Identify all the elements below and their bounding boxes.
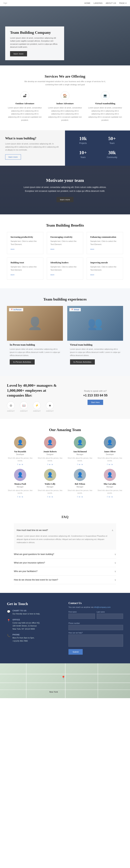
- faq-question-2[interactable]: What are your insurance options? ∨: [14, 559, 116, 567]
- social-in-3[interactable]: in: [112, 463, 113, 465]
- avatar-mia: 👤: [104, 469, 116, 481]
- contact-section: Get in Touch 💬 CHART TO US Our friendly …: [0, 593, 130, 663]
- stats-learn-more[interactable]: learn more: [5, 154, 21, 160]
- team-section: Our Amazing Team 👤 Nat Reynolds Develope…: [0, 419, 130, 506]
- social-in-7[interactable]: in: [112, 496, 113, 498]
- benefit-morale-link[interactable]: more: [90, 274, 94, 276]
- message-field: How can we help?: [69, 632, 123, 647]
- social-in-1[interactable]: in: [52, 463, 53, 465]
- benefit-leaders-link[interactable]: more: [50, 274, 54, 276]
- avatar-ann: 👤: [74, 436, 86, 448]
- benefit-morale-text: Sample text. Click to select the Text El…: [90, 266, 120, 272]
- social-in-5[interactable]: in: [52, 496, 53, 498]
- social-tw-2[interactable]: tw: [79, 463, 80, 465]
- benefit-leaders: Identifying leaders Sample text. Click t…: [47, 257, 83, 280]
- faq-chevron-3: ∨: [115, 570, 116, 573]
- hero-cta-button[interactable]: learn more: [10, 51, 27, 56]
- stat-team: 50+ Team: [99, 136, 125, 146]
- faq-question-4[interactable]: How do we choose the best event for our …: [14, 576, 116, 584]
- social-in-6[interactable]: in: [82, 496, 83, 498]
- social-fb-0[interactable]: f: [17, 463, 18, 465]
- inperson-content: In-Person team building Lorem ipsum dolo…: [7, 341, 63, 367]
- social-tw-3[interactable]: tw: [109, 463, 111, 465]
- social-in-0[interactable]: in: [21, 463, 23, 465]
- services-heading: Services We are Offering: [7, 74, 123, 79]
- nav-landing[interactable]: LANDING: [94, 2, 102, 4]
- team-member-2: 👤 Ann Richmond Manager Short info about …: [67, 436, 93, 465]
- social-in-4[interactable]: in: [21, 496, 23, 498]
- faq-item-4[interactable]: How do we choose the best event for our …: [14, 576, 116, 584]
- social-2: f tw in: [67, 463, 93, 465]
- faq-question-0[interactable]: How much lead time do we need? ∧: [17, 526, 113, 534]
- social-fb-4[interactable]: f: [17, 496, 18, 498]
- nav-page4[interactable]: PAGE 4: [119, 2, 127, 4]
- faq-item-0[interactable]: How much lead time do we need? ∧ Answer:…: [14, 523, 116, 550]
- nav-about[interactable]: ABOUT US: [106, 2, 116, 4]
- social-tw-7[interactable]: tw: [109, 496, 111, 498]
- benefits-heading: Team Building Benefits: [7, 223, 123, 228]
- office-icon: 📍: [7, 619, 10, 622]
- chat-label: CHART TO US: [12, 610, 40, 612]
- faq-item-3[interactable]: Who are your facilitators? ∨: [14, 567, 116, 576]
- navigation: logo HOME LANDING ABOUT US PAGE 4: [0, 0, 130, 6]
- team-member-7: 👤 Mia Carvalho Manager Short info about …: [97, 469, 123, 498]
- benefit-communication-link[interactable]: more: [90, 248, 94, 250]
- benefit-trust-link[interactable]: more: [10, 274, 14, 276]
- member-role-5: Manager: [37, 486, 63, 488]
- stats-left: What is team building? Lorem ipsum dolor…: [0, 130, 65, 166]
- social-6: f tw in: [67, 496, 93, 498]
- inperson-title: In-Person team building: [10, 343, 60, 346]
- member-bio-0: Short info about the person, few words.: [7, 457, 34, 462]
- stat-projects: 10k Projects: [70, 136, 96, 146]
- social-in-2[interactable]: in: [82, 463, 83, 465]
- benefit-creativity-link[interactable]: more: [50, 248, 54, 250]
- company-icon-2: 📖: [20, 401, 28, 409]
- social-tw-0[interactable]: tw: [19, 463, 20, 465]
- motivate-cta[interactable]: learn more: [56, 197, 74, 202]
- indoor-icon: 🏠: [61, 91, 69, 100]
- loved-section: Loved by 40,000+ managers & 1,000,000+ e…: [0, 376, 130, 419]
- faq-item-1[interactable]: What are good questions for team buildin…: [14, 550, 116, 559]
- benefit-leaders-title: Identifying leaders: [50, 261, 80, 264]
- virtual-cta[interactable]: In-Person Activities: [70, 359, 95, 365]
- message-textarea[interactable]: [69, 634, 123, 647]
- company-label-2: CONTACT: [20, 410, 28, 412]
- social-tw-1[interactable]: tw: [49, 463, 51, 465]
- stats-section: What is team building? Lorem ipsum dolor…: [0, 130, 130, 166]
- faq-question-3[interactable]: Who are your facilitators? ∨: [14, 567, 116, 576]
- benefit-productivity-title: Increasing productivity: [10, 236, 40, 239]
- submit-button[interactable]: Submit: [69, 649, 83, 655]
- inperson-cta[interactable]: In-Person Activities: [10, 359, 35, 365]
- social-fb-6[interactable]: f: [77, 496, 78, 498]
- nav-home[interactable]: HOME: [84, 2, 90, 4]
- first-name-input[interactable]: [69, 614, 95, 619]
- last-name-input[interactable]: [97, 614, 123, 619]
- faq-question-1[interactable]: What are good questions for team buildin…: [14, 550, 116, 558]
- social-tw-6[interactable]: tw: [79, 496, 80, 498]
- experience-inperson: 📍 In-Person 👤 In-Person team building Lo…: [7, 306, 63, 367]
- loved-start-here[interactable]: Start Here: [88, 400, 103, 405]
- contact-email-link[interactable]: info@company.com: [94, 606, 111, 608]
- social-fb-2[interactable]: f: [77, 463, 78, 465]
- social-fb-1[interactable]: f: [47, 463, 48, 465]
- phone-input[interactable]: [69, 625, 123, 630]
- phone-info: PHONE Mon-Fri from 8am to 5pm. +1(123) 4…: [12, 633, 35, 643]
- benefit-productivity-text: Sample text. Click to select the Text El…: [10, 240, 40, 246]
- benefit-productivity-link[interactable]: more: [10, 248, 14, 250]
- stat-projects-label: Projects: [70, 142, 96, 145]
- phone-label: PHONE: [12, 633, 35, 636]
- benefit-morale: Improving morale Sample text. Click to s…: [87, 257, 123, 280]
- member-role-1: Designer: [37, 454, 63, 456]
- social-fb-3[interactable]: f: [107, 463, 107, 465]
- contact-right-heading: Contact Us: [69, 601, 123, 605]
- social-tw-5[interactable]: tw: [49, 496, 51, 498]
- benefit-trust-text: Sample text. Click to select the Text El…: [10, 266, 40, 272]
- company-label-3: CONTACT: [33, 410, 41, 412]
- social-tw-4[interactable]: tw: [19, 496, 20, 498]
- social-fb-5[interactable]: f: [47, 496, 48, 498]
- phone-label-form: Phone number: [69, 622, 123, 624]
- social-fb-7[interactable]: f: [107, 496, 107, 498]
- service-item-outdoor: 🏕 Outdoor Adventure Lorem ipsum dolor si…: [7, 91, 43, 122]
- faq-item-2[interactable]: What are your insurance options? ∨: [14, 559, 116, 567]
- contact-left-heading: Get in Touch: [7, 601, 61, 606]
